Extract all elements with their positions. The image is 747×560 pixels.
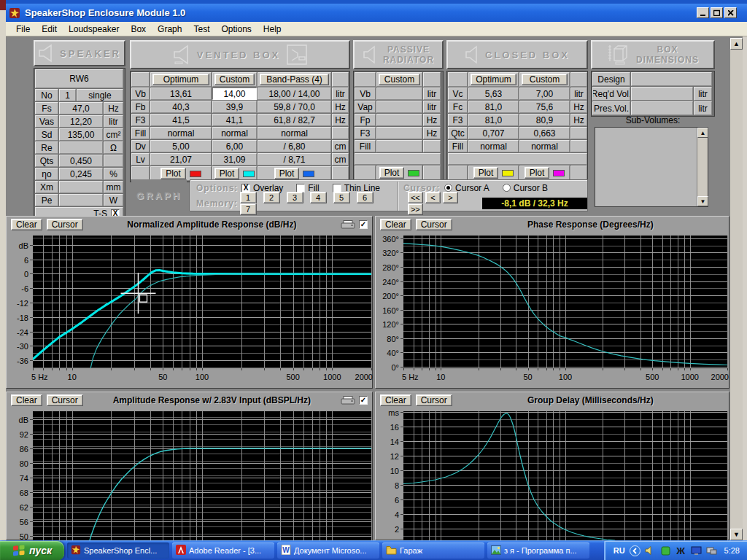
passive-value-field[interactable] (376, 114, 422, 126)
vented-value-field[interactable]: 41,5 (150, 114, 212, 126)
cursor-step-back[interactable]: < (425, 192, 441, 203)
closed-column-button-optimum[interactable]: Optimum (471, 74, 516, 85)
menu-item-file[interactable]: File (10, 23, 36, 36)
maximize-button[interactable] (711, 7, 723, 18)
speaker-value-field[interactable]: 0,450 (59, 155, 103, 167)
spl-amplitude-chart[interactable]: dB9286807468625650 (7, 408, 374, 540)
vented-value-field[interactable]: normal (212, 127, 257, 139)
closed-value-field[interactable]: 75,6 (519, 101, 570, 113)
vented-value-field[interactable]: / 6,80 (258, 140, 331, 152)
task-item-image[interactable]: з я - Программа п... (487, 542, 589, 559)
vented-value-field[interactable]: 5,00 (150, 140, 212, 152)
cursor-button[interactable]: Cursor (47, 219, 83, 230)
task-item-word[interactable]: WДокумент Microso... (277, 542, 379, 559)
task-item-adobe[interactable]: Adobe Reader - [3... (172, 542, 274, 559)
printer-icon[interactable] (341, 220, 355, 230)
cursor-button[interactable]: Cursor (47, 394, 83, 406)
vented-plot-button[interactable]: Plot (214, 168, 240, 179)
menu-item-test[interactable]: Test (187, 23, 215, 36)
closed-value-field[interactable]: 7,00 (519, 88, 570, 100)
volume-icon[interactable] (645, 545, 656, 556)
closed-column-button-custom[interactable]: Custom (522, 74, 568, 85)
vented-value-field[interactable]: 18,00 / 14,00 (258, 88, 331, 100)
scroll-up-icon[interactable]: ▲ (730, 38, 743, 50)
closed-value-field[interactable]: normal (468, 140, 519, 152)
memory-button-7[interactable]: 7 (240, 203, 257, 215)
passive-value-field[interactable] (376, 88, 422, 100)
vented-value-field[interactable]: 61,8 / 82,7 (258, 114, 331, 126)
vented-value-field[interactable]: 39,9 (212, 101, 257, 113)
closed-value-field[interactable]: 0,707 (468, 127, 519, 139)
memory-button-1[interactable]: 1 (240, 192, 257, 203)
closed-value-field[interactable]: 0,663 (519, 127, 570, 139)
menu-item-graph[interactable]: Graph (152, 23, 187, 36)
sub-volumes-scrollbar[interactable]: ▲ ▼ (697, 128, 708, 206)
cursor-step-first[interactable]: << (408, 192, 423, 203)
reqd-vol-field[interactable] (631, 87, 693, 101)
printer-icon[interactable] (341, 396, 355, 405)
passive-plot-button[interactable]: Plot (379, 167, 405, 179)
speaker-value-field[interactable]: 47,0 (59, 102, 103, 114)
start-button[interactable]: пуск (0, 541, 64, 560)
vented-value-field[interactable]: normal (258, 127, 331, 139)
vented-value-field[interactable]: 31,09 (212, 153, 257, 166)
print-checkbox[interactable]: ✓ (359, 220, 368, 229)
speaker-value-field[interactable]: 12,20 (59, 115, 103, 128)
speaker-name[interactable]: RW6 (35, 69, 123, 88)
closed-value-field[interactable]: 81,0 (468, 114, 519, 126)
hide-icons-chevron-icon[interactable] (630, 545, 640, 556)
vented-value-field[interactable]: 21,07 (150, 153, 212, 166)
group-delay-chart[interactable]: ms161412108642 (376, 408, 730, 540)
vented-column-button-optimum[interactable]: Optimum (152, 74, 209, 85)
closed-plot-button[interactable]: Plot (525, 167, 550, 179)
language-indicator[interactable]: RU (614, 546, 625, 555)
closed-value-field[interactable]: normal (519, 140, 570, 152)
passive-column-button-custom[interactable]: Custom (379, 74, 420, 85)
vented-column-button-band-pass-4-[interactable]: Band-Pass (4) (260, 74, 329, 85)
memory-button-4[interactable]: 4 (310, 192, 327, 203)
passive-value-field[interactable] (376, 101, 422, 113)
clear-button[interactable]: Clear (380, 394, 411, 406)
vented-plot-button[interactable]: Plot (160, 168, 186, 179)
speaker-value-field[interactable] (59, 181, 103, 193)
menu-item-options[interactable]: Options (215, 23, 257, 36)
vented-value-field[interactable]: 40,3 (150, 101, 212, 113)
closed-value-field[interactable]: 80,9 (519, 114, 570, 126)
menu-item-box[interactable]: Box (125, 23, 152, 36)
minimize-button[interactable] (697, 7, 709, 18)
radio-cursor-b[interactable]: Cursor B (503, 183, 548, 193)
task-item-folder[interactable]: Гараж (382, 542, 484, 559)
memory-button-5[interactable]: 5 (333, 192, 350, 203)
memory-button-3[interactable]: 3 (287, 192, 303, 203)
closed-value-field[interactable]: 5,63 (468, 88, 519, 100)
display-settings-icon[interactable] (691, 545, 702, 556)
scroll-down-icon[interactable]: ▼ (730, 529, 743, 540)
passive-value-field[interactable] (376, 127, 422, 139)
menu-item-loudspeaker[interactable]: Loudspeaker (63, 23, 125, 36)
vented-value-field[interactable]: 6,00 (212, 140, 257, 152)
menu-item-edit[interactable]: Edit (36, 23, 63, 36)
menu-item-help[interactable]: Help (258, 23, 287, 36)
speaker-value-field[interactable] (59, 194, 103, 206)
vented-value-field[interactable]: 59,8 / 70,0 (258, 101, 331, 113)
design-value-field[interactable] (631, 72, 712, 86)
pres-vol-field[interactable] (631, 101, 693, 115)
memory-button-6[interactable]: 6 (357, 192, 374, 203)
closed-value-field[interactable]: 81,0 (468, 101, 519, 113)
clear-button[interactable]: Clear (380, 219, 411, 230)
cursor-step-last[interactable]: >> (408, 203, 423, 215)
cursor-step-forward[interactable]: > (443, 192, 458, 203)
speaker-value-field[interactable]: 0,245 (59, 168, 103, 180)
vented-value-field[interactable]: 14,00 (212, 88, 257, 100)
vented-value-field[interactable]: / 8,71 (258, 153, 331, 166)
antivirus-icon[interactable] (660, 545, 671, 556)
main-vertical-scrollbar[interactable]: ▲ ▼ (730, 38, 743, 540)
scroll-up-icon[interactable]: ▲ (697, 128, 708, 138)
radio-icon[interactable] (444, 184, 452, 192)
cursor-button[interactable]: Cursor (416, 219, 452, 230)
close-button[interactable] (724, 7, 737, 18)
speaker-config-value[interactable]: single (77, 89, 123, 101)
spider-agent-icon[interactable]: Ж (676, 545, 686, 556)
closed-plot-button[interactable]: Plot (473, 167, 499, 179)
sub-volumes-list[interactable]: ▲ ▼ (595, 127, 708, 207)
